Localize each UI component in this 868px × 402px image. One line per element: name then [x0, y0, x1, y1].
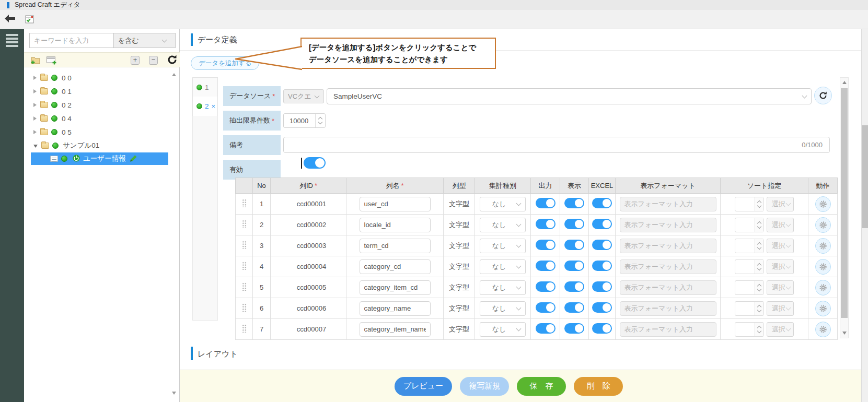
sort-order-input[interactable] — [735, 197, 764, 211]
output-toggle[interactable] — [536, 240, 555, 250]
drag-handle[interactable] — [242, 303, 247, 312]
tab-close-icon[interactable]: × — [212, 102, 216, 110]
spinner-down-icon[interactable] — [757, 203, 761, 207]
format-input[interactable] — [620, 259, 716, 274]
excel-toggle[interactable] — [592, 219, 612, 229]
tree-folder-row-expanded[interactable]: サンプル01 — [24, 139, 180, 152]
excel-toggle[interactable] — [592, 302, 612, 313]
footer-button[interactable]: 複写新規 — [460, 377, 509, 396]
sort-select[interactable]: 選択 — [767, 218, 794, 232]
drag-handle[interactable] — [242, 324, 247, 333]
column-name-input[interactable] — [360, 197, 431, 211]
sheet-document-button[interactable] — [25, 15, 34, 23]
aggregation-select[interactable]: なし — [480, 301, 526, 316]
sort-order-input[interactable] — [735, 280, 764, 295]
spinner-down-icon[interactable] — [757, 266, 761, 270]
action-gear-button[interactable] — [815, 301, 831, 316]
refresh-datasource-button[interactable] — [814, 87, 832, 104]
display-toggle[interactable] — [564, 281, 584, 292]
back-button[interactable] — [5, 15, 16, 24]
match-type-select[interactable]: を含む — [113, 33, 176, 48]
footer-button[interactable]: 削 除 — [574, 377, 623, 396]
aggregation-select[interactable]: なし — [480, 218, 526, 232]
display-toggle[interactable] — [564, 219, 584, 229]
spinner-down-icon[interactable] — [757, 224, 761, 228]
column-name-input[interactable] — [360, 280, 431, 295]
tab-datasource-1[interactable]: 1 — [192, 77, 218, 97]
column-name-input[interactable] — [360, 218, 431, 232]
aggregation-select[interactable]: なし — [480, 197, 526, 211]
drag-handle[interactable] — [242, 282, 247, 291]
scrollbar-thumb[interactable] — [862, 125, 868, 228]
caret-right-icon[interactable] — [33, 76, 37, 80]
footer-button[interactable]: 保 存 — [517, 377, 566, 396]
sort-select[interactable]: 選択 — [767, 239, 794, 253]
spinner-down-icon[interactable] — [757, 287, 761, 291]
tree-folder-row[interactable]: 0 4 — [24, 112, 180, 125]
spinner-down-icon[interactable] — [757, 245, 761, 249]
output-toggle[interactable] — [536, 281, 555, 292]
scrollbar-thumb[interactable] — [841, 88, 848, 318]
tree-folder-row[interactable]: 0 1 — [24, 85, 180, 98]
datasource-name-combobox[interactable]: SampleUserVC — [327, 88, 812, 104]
display-toggle[interactable] — [564, 261, 584, 271]
excel-toggle[interactable] — [592, 323, 612, 334]
scroll-up-arrow[interactable] — [172, 73, 176, 76]
display-toggle[interactable] — [564, 323, 584, 334]
caret-right-icon[interactable] — [33, 116, 37, 121]
column-name-input[interactable] — [360, 239, 431, 253]
aggregation-select[interactable]: なし — [480, 259, 526, 274]
sort-spinner[interactable] — [755, 197, 763, 211]
drag-handle[interactable] — [242, 199, 247, 207]
note-input[interactable] — [284, 141, 802, 149]
add-item-button[interactable] — [46, 55, 57, 67]
sort-order-input[interactable] — [735, 301, 764, 316]
output-toggle[interactable] — [536, 261, 555, 271]
collapse-all-button[interactable]: − — [149, 56, 158, 65]
action-gear-button[interactable] — [815, 259, 831, 275]
aggregation-select[interactable]: なし — [480, 239, 526, 253]
sort-spinner[interactable] — [755, 239, 763, 253]
display-toggle[interactable] — [564, 198, 584, 208]
sort-spinner[interactable] — [755, 302, 763, 315]
column-name-input[interactable] — [360, 259, 431, 274]
action-gear-button[interactable] — [815, 322, 831, 337]
format-input[interactable] — [620, 322, 716, 337]
sort-select[interactable]: 選択 — [767, 259, 794, 274]
excel-toggle[interactable] — [592, 281, 612, 292]
drag-handle[interactable] — [242, 241, 247, 249]
caret-right-icon[interactable] — [33, 89, 37, 93]
excel-toggle[interactable] — [592, 198, 612, 208]
datasource-type-select[interactable]: VCクエリ — [283, 89, 324, 103]
format-input[interactable] — [620, 301, 716, 316]
output-toggle[interactable] — [536, 219, 555, 229]
menu-icon[interactable] — [6, 34, 18, 48]
sort-order-input[interactable] — [735, 239, 764, 253]
scroll-down-arrow[interactable] — [842, 332, 847, 335]
sort-spinner[interactable] — [755, 281, 763, 294]
caret-right-icon[interactable] — [33, 103, 37, 107]
scroll-up-arrow[interactable] — [842, 81, 847, 84]
column-name-input[interactable] — [360, 322, 431, 337]
action-gear-button[interactable] — [815, 238, 831, 254]
excel-toggle[interactable] — [592, 261, 612, 271]
window-scrollbar[interactable] — [861, 29, 868, 402]
tab-datasource-2[interactable]: 2 × — [192, 97, 218, 116]
format-input[interactable] — [620, 239, 716, 253]
drag-handle[interactable] — [242, 262, 247, 270]
spinner-down-icon[interactable] — [757, 308, 761, 312]
scroll-down-arrow[interactable] — [172, 392, 176, 395]
aggregation-select[interactable]: なし — [480, 322, 526, 337]
enabled-toggle[interactable] — [304, 157, 326, 169]
add-folder-button[interactable] — [30, 55, 41, 67]
edit-pencil-icon[interactable] — [130, 154, 138, 164]
output-toggle[interactable] — [536, 302, 555, 313]
action-gear-button[interactable] — [815, 196, 831, 212]
sort-order-input[interactable] — [735, 259, 764, 274]
tree-folder-row[interactable]: 0 2 — [24, 98, 180, 112]
spinner-down-icon[interactable] — [757, 328, 761, 333]
sort-select[interactable]: 選択 — [767, 197, 794, 211]
sort-select[interactable]: 選択 — [767, 322, 794, 337]
sort-spinner[interactable] — [755, 260, 763, 274]
format-input[interactable] — [620, 197, 716, 211]
